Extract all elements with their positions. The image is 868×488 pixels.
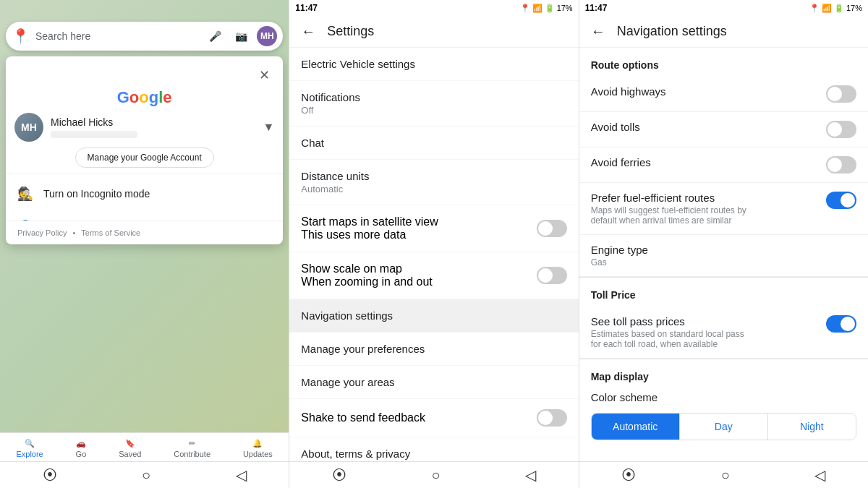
avoid-highways-row[interactable]: Avoid highways bbox=[579, 77, 868, 112]
settings-item-title: About, terms & privacy bbox=[301, 448, 566, 460]
settings-item-scale[interactable]: Show scale on map When zooming in and ou… bbox=[289, 252, 578, 299]
user-info: Michael Hicks bbox=[51, 116, 255, 138]
sidebar-menu: 🕵 Turn on Incognito mode 👤 Your profile … bbox=[6, 174, 283, 221]
footer-bullet: • bbox=[72, 228, 75, 237]
nav-updates[interactable]: 🔔 Updates bbox=[243, 439, 273, 458]
user-avatar-small[interactable]: MH bbox=[257, 26, 277, 46]
settings-item-preferences[interactable]: Manage your preferences bbox=[289, 333, 578, 366]
back-button-nav[interactable]: ← bbox=[591, 23, 605, 40]
updates-icon: 🔔 bbox=[252, 439, 263, 448]
android-back-btn-3[interactable]: ◁ bbox=[814, 466, 825, 484]
location-icon-s2: 📍 bbox=[520, 4, 530, 13]
camera-icon[interactable]: 📷 bbox=[231, 26, 251, 46]
status-icons-3: 📍 📶 🔋 17% bbox=[809, 4, 862, 13]
satellite-toggle[interactable] bbox=[537, 220, 567, 237]
avoid-tolls-row[interactable]: Avoid tolls bbox=[579, 112, 868, 147]
sidebar-item-incognito[interactable]: 🕵 Turn on Incognito mode bbox=[6, 177, 283, 210]
color-scheme-label: Color scheme bbox=[579, 388, 868, 407]
nav-settings-title: Navigation settings bbox=[617, 24, 727, 39]
chevron-down-icon[interactable]: ▼ bbox=[263, 121, 274, 134]
fuel-efficient-row[interactable]: Prefer fuel-efficient routes Maps will s… bbox=[579, 183, 868, 235]
user-row: MH Michael Hicks ▼ bbox=[14, 113, 274, 142]
nav-settings-list: Route options Avoid highways Avoid tolls… bbox=[579, 48, 868, 461]
toll-pass-row[interactable]: See toll pass prices Estimates based on … bbox=[579, 307, 868, 359]
android-home-btn[interactable]: ○ bbox=[142, 467, 150, 484]
settings-item-title: Manage your areas bbox=[301, 376, 566, 388]
avoid-highways-title: Avoid highways bbox=[591, 85, 666, 98]
nav-updates-label: Updates bbox=[243, 450, 273, 458]
color-scheme-night[interactable]: Night bbox=[767, 414, 856, 440]
shake-toggle[interactable] bbox=[537, 409, 567, 427]
settings-item-shake[interactable]: Shake to send feedback bbox=[289, 399, 578, 437]
nav-go-label: Go bbox=[76, 450, 87, 458]
wifi-icon-s2: 📶 bbox=[532, 4, 542, 13]
close-button[interactable]: ✕ bbox=[254, 65, 274, 85]
settings-item-satellite[interactable]: Start maps in satellite view This uses m… bbox=[289, 205, 578, 252]
settings-item-sub: Automatic bbox=[301, 184, 566, 194]
maps-logo-icon: 📍 bbox=[12, 27, 30, 45]
mic-icon[interactable]: 🎤 bbox=[205, 26, 225, 46]
avoid-highways-toggle[interactable] bbox=[826, 85, 856, 103]
manage-account-button[interactable]: Manage your Google Account bbox=[75, 147, 214, 168]
settings-item-title: Navigation settings bbox=[301, 309, 566, 322]
contribute-icon: ✏ bbox=[189, 439, 195, 448]
engine-type-title: Engine type bbox=[591, 244, 648, 256]
settings-item-title: Electric Vehicle settings bbox=[301, 58, 566, 70]
settings-list: Electric Vehicle settings Notifications … bbox=[289, 48, 578, 461]
toll-price-heading: Toll Price bbox=[579, 278, 868, 307]
map-search-bar[interactable]: 📍 Search here 🎤 📷 MH bbox=[6, 22, 283, 51]
sidebar-item-profile[interactable]: 👤 Your profile bbox=[6, 210, 283, 221]
nav-explore-label: Explore bbox=[16, 450, 43, 458]
settings-item-notifications[interactable]: Notifications Off bbox=[289, 81, 578, 127]
nav-go[interactable]: 🚗 Go bbox=[76, 439, 87, 458]
settings-item-sub: Off bbox=[301, 105, 566, 116]
avoid-tolls-title: Avoid tolls bbox=[591, 121, 640, 133]
status-bar-2: 11:47 📍 📶 🔋 17% bbox=[289, 0, 578, 16]
settings-item-sub: When zooming in and out bbox=[301, 275, 432, 288]
avoid-ferries-row[interactable]: Avoid ferries bbox=[579, 147, 868, 183]
privacy-policy-link[interactable]: Privacy Policy bbox=[17, 228, 67, 237]
fuel-efficient-toggle[interactable] bbox=[826, 192, 856, 209]
color-scheme-title: Color scheme bbox=[591, 391, 658, 403]
settings-panel: 11:47 📍 📶 🔋 17% ← Settings Electric Vehi… bbox=[289, 0, 579, 488]
search-input[interactable]: Search here bbox=[35, 30, 199, 42]
terms-link[interactable]: Terms of Service bbox=[81, 228, 140, 237]
color-scheme-day[interactable]: Day bbox=[679, 414, 767, 440]
settings-item-title: Start maps in satellite view bbox=[301, 215, 438, 228]
android-home-btn-3[interactable]: ○ bbox=[721, 467, 730, 484]
nav-contribute[interactable]: ✏ Contribute bbox=[174, 439, 210, 458]
settings-item-chat[interactable]: Chat bbox=[289, 127, 578, 160]
android-home-btn-2[interactable]: ○ bbox=[431, 467, 440, 484]
avoid-ferries-toggle[interactable] bbox=[826, 156, 856, 174]
settings-item-navigation[interactable]: Navigation settings bbox=[289, 299, 578, 333]
nav-settings-header: ← Navigation settings bbox=[579, 16, 868, 48]
color-scheme-automatic[interactable]: Automatic bbox=[592, 414, 679, 440]
maps-panel: 11:47 🔋 📶 17% 📍 Search here 🎤 📷 MH ✕ Goo… bbox=[0, 0, 289, 488]
android-back-btn[interactable]: ◁ bbox=[236, 466, 247, 484]
settings-item-distance[interactable]: Distance units Automatic bbox=[289, 160, 578, 205]
settings-item-sub: This uses more data bbox=[301, 228, 438, 241]
settings-item-ev[interactable]: Electric Vehicle settings bbox=[289, 48, 578, 81]
back-button-settings[interactable]: ← bbox=[301, 23, 315, 40]
toll-pass-toggle[interactable] bbox=[826, 315, 856, 333]
settings-item-title: Manage your preferences bbox=[301, 343, 566, 355]
nav-contribute-label: Contribute bbox=[174, 450, 210, 458]
sidebar-footer: Privacy Policy • Terms of Service bbox=[6, 221, 283, 244]
android-menu-btn-3[interactable]: ⦿ bbox=[621, 467, 636, 484]
android-menu-btn-2[interactable]: ⦿ bbox=[332, 467, 346, 484]
android-nav-1: ⦿ ○ ◁ bbox=[0, 461, 289, 488]
engine-type-row[interactable]: Engine type Gas bbox=[579, 235, 868, 277]
incognito-icon: 🕵 bbox=[17, 186, 33, 202]
settings-item-about[interactable]: About, terms & privacy bbox=[289, 437, 578, 461]
sidebar-top: ✕ Google MH Michael Hicks ▼ Manage your … bbox=[6, 56, 283, 174]
nav-explore[interactable]: 🔍 Explore bbox=[16, 439, 43, 458]
nav-saved-label: Saved bbox=[119, 450, 141, 458]
nav-saved[interactable]: 🔖 Saved bbox=[119, 439, 141, 458]
settings-item-areas[interactable]: Manage your areas bbox=[289, 366, 578, 399]
sidebar-modal: ✕ Google MH Michael Hicks ▼ Manage your … bbox=[6, 56, 283, 244]
android-menu-btn[interactable]: ⦿ bbox=[43, 467, 57, 484]
scale-toggle[interactable] bbox=[537, 267, 567, 284]
android-back-btn-2[interactable]: ◁ bbox=[525, 466, 536, 484]
settings-title: Settings bbox=[327, 24, 374, 39]
avoid-tolls-toggle[interactable] bbox=[826, 121, 856, 138]
